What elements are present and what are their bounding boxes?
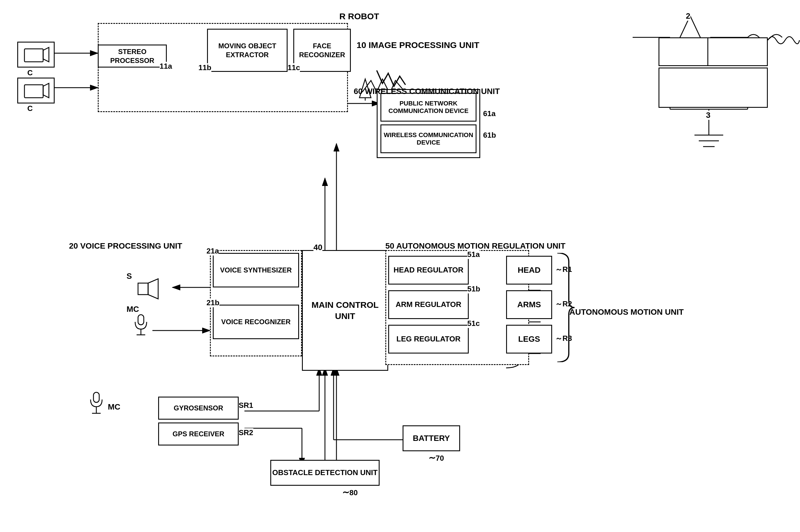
microphone-1-icon — [132, 313, 150, 338]
label-80: ∼80 — [342, 487, 358, 497]
label-61a: 61a — [483, 109, 496, 118]
label-11c: 11c — [287, 63, 300, 72]
svg-rect-56 — [138, 315, 144, 325]
head-box: HEAD — [506, 256, 552, 285]
wireless-comm-device-box: WIRELESS COMMUNICATION DEVICE — [380, 125, 477, 153]
label-3: 3 — [706, 111, 711, 120]
left-antenna-icon — [358, 78, 372, 100]
curly-brace — [554, 253, 577, 363]
stereo-processor-box: STEREO PROCESSOR — [98, 44, 167, 68]
label-2: 2 — [686, 12, 690, 21]
lightning-icon — [374, 68, 408, 97]
voice-processing-unit-label: 20 VOICE PROCESSING UNIT — [69, 242, 182, 251]
svg-rect-54 — [138, 283, 148, 294]
label-11a: 11a — [160, 62, 172, 71]
remote-device-2-box — [707, 37, 768, 66]
label-sr1: SR1 — [239, 401, 253, 410]
label-mc1: MC — [127, 305, 139, 314]
svg-rect-48 — [24, 49, 43, 62]
label-mc2: MC — [108, 402, 120, 412]
svg-marker-51 — [43, 83, 49, 98]
gps-receiver-box: GPS RECEIVER — [158, 422, 239, 445]
svg-marker-55 — [148, 279, 158, 299]
label-sr2: SR2 — [239, 428, 253, 437]
label-51b: 51b — [467, 285, 480, 293]
leg-regulator-box: LEG REGULATOR — [388, 325, 469, 354]
obstacle-detection-box: OBSTACLE DETECTION UNIT — [270, 460, 379, 486]
svg-marker-52 — [359, 79, 371, 98]
label-11b: 11b — [199, 63, 211, 72]
gyrosensor-box: GYROSENSOR — [158, 397, 239, 420]
remote-device-3-box — [658, 68, 768, 108]
svg-rect-59 — [93, 392, 99, 402]
signal-waves-icon — [766, 32, 800, 50]
legs-box: LEGS — [506, 325, 552, 354]
head-regulator-box: HEAD REGULATOR — [388, 256, 469, 285]
microphone-2-icon — [88, 391, 105, 418]
label-61b: 61b — [483, 131, 496, 140]
svg-marker-49 — [43, 48, 49, 62]
speaker-icon — [129, 273, 161, 306]
face-recognizer-box: FACE RECOGNIZER — [293, 29, 351, 72]
battery-box: BATTERY — [403, 425, 460, 451]
image-processing-unit-label: 10 IMAGE PROCESSING UNIT — [357, 40, 479, 50]
label-51a: 51a — [467, 250, 480, 259]
camera-1-label: C — [27, 69, 33, 77]
label-s: S — [127, 272, 132, 281]
moving-object-extractor-box: MOVING OBJECT EXTRACTOR — [207, 29, 287, 72]
arm-regulator-box: ARM REGULATOR — [388, 290, 469, 319]
r-robot-label: R ROBOT — [339, 12, 379, 21]
voice-recognizer-box: VOICE RECOGNIZER — [213, 305, 299, 339]
voice-synthesizer-box: VOICE SYNTHESIZER — [213, 253, 299, 287]
label-21a: 21a — [206, 247, 219, 255]
camera-2-icon — [17, 78, 55, 103]
autonomous-motion-unit-label: AUTONOMOUS MOTION UNIT — [570, 307, 684, 317]
label-51c: 51c — [467, 319, 480, 328]
svg-rect-50 — [24, 85, 43, 98]
autonomous-motion-regulation-label: 50 AUTONOMOUS MOTION REGULATION UNIT — [385, 242, 565, 251]
main-control-unit-box: MAIN CONTROL UNIT — [302, 250, 388, 371]
wireless-comm-outer-box: PUBLIC NETWORK COMMUNICATION DEVICE WIRE… — [377, 89, 480, 158]
arms-box: ARMS — [506, 290, 552, 319]
label-70: ∼70 — [428, 453, 444, 463]
label-21b: 21b — [206, 298, 219, 307]
label-40: 40 — [313, 243, 322, 252]
camera-1-icon — [17, 42, 55, 68]
camera-2-label: C — [27, 104, 33, 113]
